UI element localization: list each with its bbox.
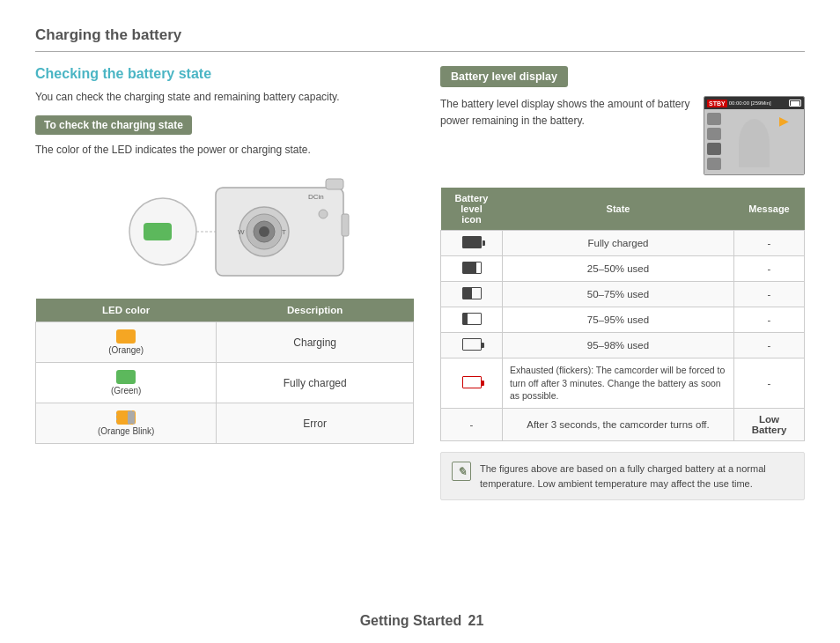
led-green-label: (Green): [111, 386, 141, 395]
table-row: 25–50% used -: [441, 256, 805, 282]
led-orange-cell: (Orange): [45, 329, 207, 355]
batt-msg-4: -: [734, 307, 805, 333]
batt-empty-visual: [462, 338, 482, 351]
cam-time: 00:00:00 [259Min]: [729, 100, 771, 106]
cam-icon-box-3: [707, 143, 721, 155]
battery-full-icon: [462, 236, 482, 248]
two-column-layout: Checking the battery state You can check…: [35, 66, 805, 500]
battery-flash-icon: [462, 376, 482, 388]
section-title: Checking the battery state: [35, 66, 414, 82]
page-footer: Getting Started 21: [0, 613, 840, 629]
cam-body-area: ▶: [704, 109, 804, 175]
batt-state-7: After 3 seconds, the camcorder turns off…: [503, 409, 734, 441]
table-row: (Orange) Charging: [36, 322, 414, 363]
cam-silhouette: [739, 119, 770, 167]
batt-state-2: 25–50% used: [503, 256, 734, 282]
batt-msg-2: -: [734, 256, 805, 282]
svg-text:T: T: [282, 228, 286, 236]
note-icon: ✎: [452, 462, 471, 481]
batt-state-3: 50–75% used: [503, 282, 734, 307]
battery-25-icon: [462, 313, 482, 325]
battery-level-title: Battery level display: [440, 66, 568, 87]
table-row: (Orange Blink) Error: [36, 403, 414, 444]
page-title: Charging the battery: [35, 26, 805, 52]
battery-50-icon: [462, 287, 482, 299]
right-column: Battery level display The battery level …: [440, 66, 805, 500]
battery-75-icon: [462, 262, 482, 274]
table-row: 75–95% used -: [441, 307, 805, 333]
svg-point-13: [319, 210, 328, 218]
led-description: The color of the LED indicates the power…: [35, 142, 414, 158]
batt-state-4: 75–95% used: [503, 307, 734, 333]
battery-empty-icon: [462, 338, 482, 351]
table-row: - After 3 seconds, the camcorder turns o…: [441, 409, 805, 441]
batt-msg-3: -: [734, 282, 805, 307]
led-green-cell: (Green): [45, 370, 207, 395]
intro-text: You can check the charging state and rem…: [35, 89, 414, 105]
batt-col-icon: Battery levelicon: [441, 188, 503, 231]
led-blink-label: (Orange Blink): [98, 426, 154, 436]
table-row: 50–75% used -: [441, 282, 805, 307]
led-color-cell: (Green): [36, 363, 217, 403]
cam-left-icons: [707, 113, 721, 170]
svg-text:DCin: DCin: [308, 193, 324, 201]
batt-50-visual: [462, 287, 482, 299]
table-row: 95–98% used -: [441, 333, 805, 358]
batt-state-1: Fully charged: [503, 231, 734, 256]
batt-icon-cell-75: [441, 256, 503, 282]
page: Charging the battery Checking the batter…: [0, 0, 840, 643]
table-row: Exhausted (flickers): The camcorder will…: [441, 358, 805, 409]
battery-desc: The battery level display shows the amou…: [440, 96, 691, 129]
batt-col-state: State: [503, 188, 734, 231]
led-desc-charging: Charging: [217, 322, 414, 363]
led-desc-error: Error: [217, 403, 414, 444]
page-number: 21: [468, 613, 484, 628]
batt-icon-cell-25: [441, 307, 503, 333]
svg-rect-10: [342, 214, 349, 236]
table-row: (Green) Fully charged: [36, 363, 414, 403]
batt-col-message: Message: [734, 188, 805, 231]
camera-svg: DCin W T: [92, 174, 357, 289]
batt-msg-7: Low Battery: [734, 409, 805, 441]
footer-label: Getting Started: [360, 613, 462, 628]
led-orange-icon: [116, 329, 136, 344]
batt-msg-1: -: [734, 231, 805, 256]
led-col-header-desc: Description: [217, 299, 414, 322]
battery-display-row: The battery level display shows the amou…: [440, 96, 805, 175]
svg-point-7: [259, 226, 269, 237]
batt-25-visual: [462, 313, 482, 325]
led-col-header-color: LED color: [36, 299, 217, 322]
cam-battery-fill: [791, 101, 799, 106]
note-text: The figures above are based on a fully c…: [480, 462, 793, 491]
camera-illustration: DCin W T: [35, 170, 414, 293]
batt-msg-5: -: [734, 333, 805, 358]
svg-rect-9: [326, 179, 343, 189]
batt-flash-visual: [462, 376, 482, 388]
cam-display: STBY 00:00:00 [259Min]: [704, 96, 805, 175]
led-desc-charged: Fully charged: [217, 363, 414, 403]
left-column: Checking the battery state You can check…: [35, 66, 414, 500]
table-row: Fully charged -: [441, 231, 805, 256]
cam-icon-box-4: [707, 158, 721, 170]
batt-icon-cell-flash: [441, 358, 503, 409]
led-green-icon: [116, 370, 136, 384]
cam-stby: STBY: [707, 100, 727, 107]
batt-icon-cell-full: [441, 231, 503, 256]
batt-state-6: Exhausted (flickers): The camcorder will…: [503, 358, 734, 409]
cam-icon-box-2: [707, 128, 721, 140]
cam-icon-box-1: [707, 113, 721, 125]
svg-rect-1: [144, 223, 172, 240]
batt-state-5: 95–98% used: [503, 333, 734, 358]
led-orange-label: (Orange): [108, 345, 144, 355]
batt-icon-cell-50: [441, 282, 503, 307]
batt-icon-cell-dash: -: [441, 409, 503, 441]
batt-msg-6: -: [734, 358, 805, 409]
led-color-cell: (Orange Blink): [36, 403, 217, 444]
cam-battery-icon: [789, 100, 801, 107]
batt-full-visual: [462, 236, 482, 248]
subsection-label: To check the charging state: [35, 115, 192, 135]
svg-text:W: W: [238, 228, 245, 236]
battery-level-table: Battery levelicon State Message Fully ch…: [440, 188, 805, 441]
led-color-cell: (Orange): [36, 322, 217, 363]
led-table: LED color Description (Orange) Charging: [35, 299, 414, 444]
